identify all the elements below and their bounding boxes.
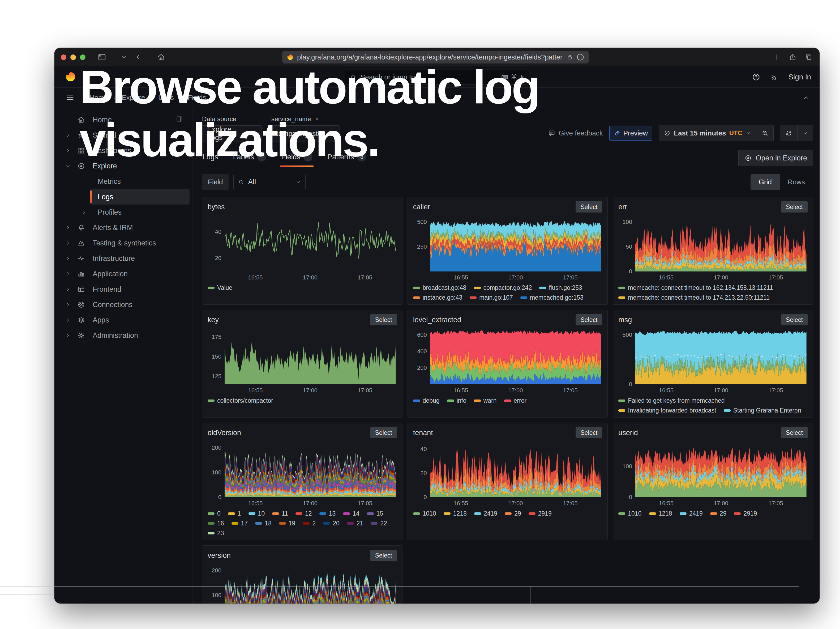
legend-item[interactable]: 12 [295,510,312,517]
chart-bytes[interactable]: 402016:5517:0017:05 [208,215,397,282]
sidebar-item-administration[interactable]: Administration [54,328,192,343]
legend-item[interactable]: 2919 [529,510,552,517]
legend-item[interactable]: debug [413,397,440,404]
plot-area[interactable] [430,329,601,384]
legend-item[interactable]: memcache: connect timeout to 162.134.158… [618,284,773,291]
legend-item[interactable]: 1 [228,510,241,517]
legend-item[interactable]: 11 [272,510,288,517]
legend-item[interactable]: collectors/compactor [208,397,273,404]
sidebar-item-infrastructure[interactable]: Infrastructure [54,251,192,266]
legend-item[interactable]: 2 [303,520,316,527]
legend-item[interactable]: memcached.go:153 [520,294,584,301]
legend-item[interactable]: 19 [279,520,295,527]
zoom-window-button[interactable] [80,54,85,60]
chart-err[interactable]: 10050016:5517:0017:05 [618,215,808,282]
legend-item[interactable]: error [504,397,527,404]
sidebar-item-apps[interactable]: Apps [54,312,192,328]
give-feedback-link[interactable]: Give feedback [548,129,603,137]
collapse-header-icon[interactable] [802,94,810,101]
plot-area[interactable] [224,442,396,497]
sidebar-item-alerts-irm[interactable]: Alerts & IRM [54,220,192,235]
legend-item[interactable]: 0 [208,510,221,517]
legend-item[interactable]: 13 [319,510,336,517]
chart-userid[interactable]: 100016:5517:0017:05 [618,440,808,508]
legend-item[interactable]: broadcast.go:48 [413,284,466,291]
share-icon[interactable] [789,53,797,61]
legend-item[interactable]: 2419 [680,510,703,517]
sidebar-item-profiles[interactable]: Profiles [54,204,192,220]
plot-area[interactable] [224,565,396,604]
chart-oldversion[interactable]: 200100016:5517:0017:05 [208,440,397,508]
select-button[interactable]: Select [370,550,397,561]
legend-item[interactable]: 22 [371,520,387,527]
chart-msg[interactable]: 500016:5517:0017:05 [618,327,808,395]
legend-item[interactable]: 1010 [413,510,436,517]
grafana-logo[interactable] [65,71,77,83]
sidebar-item-connections[interactable]: Connections [54,297,192,312]
back-icon[interactable] [134,53,142,61]
sidebar-item-testing-synthetics[interactable]: Testing & synthetics [54,235,192,251]
legend-item[interactable]: 14 [343,510,360,517]
news-icon[interactable] [770,73,779,81]
select-button[interactable]: Select [781,314,808,326]
plot-area[interactable] [635,442,807,497]
plot-area[interactable] [430,442,601,497]
sidebar-item-frontend[interactable]: Frontend [54,281,192,297]
legend-item[interactable]: Invalidating forwarded broadcast [618,407,716,414]
zoom-out-time-button[interactable] [756,125,774,141]
legend-item[interactable]: 21 [347,520,363,527]
minimize-window-button[interactable] [70,54,76,60]
legend-item[interactable]: 10 [248,510,265,517]
legend-item[interactable]: 29 [710,510,726,517]
legend-item[interactable]: memcache: connect timeout to 174.213.22.… [618,294,770,301]
plot-area[interactable] [635,216,807,272]
field-search-select[interactable]: All [234,174,306,190]
legend-item[interactable]: compactor.go:242 [474,284,532,291]
grid-view-option[interactable]: Grid [751,174,780,190]
chart-version[interactable]: 200100016:5517:0017:05 [208,563,397,604]
sidebar-item-metrics[interactable]: Metrics [54,174,192,189]
select-button[interactable]: Select [370,427,397,438]
time-range-button[interactable]: Last 15 minutes UTC [659,125,756,141]
plot-area[interactable] [224,329,396,384]
url-more-icon[interactable] [576,53,584,62]
legend-item[interactable]: flush.go:253 [539,284,582,291]
sidebar-item-logs[interactable]: Logs [90,189,189,204]
legend-item[interactable]: 1218 [649,510,672,517]
select-button[interactable]: Select [781,201,808,212]
legend-item[interactable]: 18 [255,520,272,527]
chart-tenant[interactable]: 4020016:5517:0017:05 [413,440,602,508]
plot-area[interactable] [224,216,396,272]
plot-area[interactable] [430,216,601,272]
rows-view-option[interactable]: Rows [780,174,813,190]
legend-item[interactable]: Starting Grafana Enterpri [724,407,801,414]
legend-item[interactable]: 20 [323,520,339,527]
legend-item[interactable]: 15 [367,510,384,517]
legend-item[interactable]: warn [474,397,497,404]
new-tab-icon[interactable] [773,53,781,61]
help-icon[interactable] [752,73,761,82]
legend-item[interactable]: 29 [505,510,521,517]
refresh-interval-button[interactable] [797,125,813,141]
legend-item[interactable]: 1010 [618,510,641,517]
plot-area[interactable] [635,329,807,384]
chart-key[interactable]: 17515012516:5517:0017:05 [208,327,397,395]
preview-button[interactable]: Preview [609,126,652,141]
browser-home-icon[interactable] [157,53,166,62]
select-button[interactable]: Select [576,427,602,438]
tab-overview-chevron-icon[interactable] [121,54,127,60]
mega-menu-icon[interactable] [66,93,74,102]
legend-item[interactable]: 1218 [444,510,467,517]
open-in-explore-button[interactable]: Open in Explore [738,150,813,166]
refresh-button[interactable] [780,125,797,141]
legend-item[interactable]: main.go:107 [470,294,513,301]
select-button[interactable]: Select [576,201,602,212]
legend-item[interactable]: 17 [232,520,248,527]
sign-in-link[interactable]: Sign in [788,73,811,81]
chart-level-extracted[interactable]: 60040020016:5517:0017:05 [413,327,602,395]
select-button[interactable]: Select [576,314,602,326]
legend-item[interactable]: 2419 [474,510,497,517]
close-window-button[interactable] [61,54,66,60]
legend-item[interactable]: instance.go:43 [413,294,463,301]
select-button[interactable]: Select [370,314,397,326]
